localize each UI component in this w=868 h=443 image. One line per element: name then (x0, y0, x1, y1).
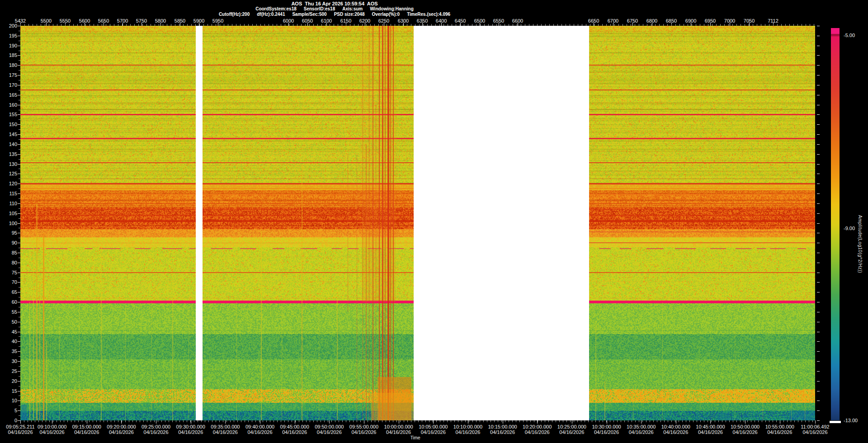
right-tick-mark (817, 174, 820, 174)
frequency-tick-label: 95 (1, 230, 17, 236)
colorbar-value-label: -5.00 (844, 33, 855, 38)
time-tick-mark (156, 420, 156, 424)
time-tick-mark (87, 420, 87, 424)
time-tick-mark (52, 420, 52, 424)
time-tick-mark (710, 420, 711, 424)
time-tick-mark (572, 420, 572, 424)
header-params-line-1: CoordSystem:es18SensorID:es18Axis:sumWin… (219, 6, 450, 12)
date-tick-label: 04/16/2026 (351, 429, 376, 435)
frequency-tick-label: 50 (1, 319, 17, 325)
time-tick-label: 10:40:00.000 (661, 424, 690, 429)
time-tick-mark (433, 420, 434, 424)
right-tick-mark (817, 124, 820, 125)
frequency-tick-label: 70 (1, 279, 17, 285)
time-tick-label: 09:20:00.000 (107, 424, 136, 429)
header-param: PSD size:2048 (334, 12, 365, 17)
right-tick-mark (817, 36, 820, 36)
right-tick-mark (817, 75, 820, 75)
date-tick-label: 04/16/2026 (282, 429, 307, 435)
frequency-tick-label: 165 (1, 92, 17, 98)
spectrogram-viewer-screen: AOS Thu 16 Apr 2026 10:59:54 AOS CoordSy… (0, 0, 868, 443)
date-tick-label: 04/16/2026 (386, 429, 411, 435)
time-tick-label: 10:35:00.000 (627, 424, 656, 429)
frequency-tick-label: 35 (1, 349, 17, 354)
right-tick-mark (817, 381, 820, 382)
right-tick-mark (817, 223, 820, 224)
header-param: SensorID:es18 (304, 6, 335, 12)
frequency-tick-label: 150 (1, 122, 17, 127)
time-tick-label: 09:45:00.000 (280, 424, 309, 429)
right-tick-mark (817, 371, 820, 372)
time-tick-label: 09:05:25.211 (6, 424, 34, 429)
time-tick-label: 10:15:00.000 (488, 424, 517, 429)
date-tick-label: 04/16/2026 (802, 429, 827, 435)
frequency-tick-label: 105 (1, 211, 17, 216)
time-tick-mark (537, 420, 538, 424)
date-tick-label: 04/16/2026 (144, 429, 169, 435)
date-tick-label: 04/16/2026 (248, 429, 273, 435)
time-tick-label: 10:10:00.000 (453, 424, 482, 429)
frequency-tick-label: 195 (1, 33, 17, 38)
right-tick-mark (817, 420, 820, 421)
right-tick-mark (817, 322, 820, 322)
right-tick-mark (817, 401, 820, 401)
frequency-tick-label: 60 (1, 299, 17, 305)
time-tick-label: 09:30:00.000 (176, 424, 205, 429)
date-tick-label: 04/16/2026 (455, 429, 480, 435)
frequency-tick-label: 200 (1, 23, 17, 28)
date-tick-label: 04/16/2026 (317, 429, 342, 435)
date-tick-label: 04/16/2026 (8, 429, 33, 435)
header: AOS Thu 16 Apr 2026 10:59:54 AOS CoordSy… (219, 1, 450, 17)
time-tick-mark (225, 420, 226, 424)
header-param: CoordSystem:es18 (255, 6, 297, 12)
date-tick-label: 04/16/2026 (559, 429, 584, 435)
right-tick-mark (817, 55, 820, 56)
right-tick-mark (817, 282, 820, 283)
date-tick-label: 04/16/2026 (213, 429, 238, 435)
date-tick-label: 04/16/2026 (40, 429, 65, 435)
time-tick-label: 09:55:00.000 (349, 424, 378, 429)
frequency-tick-label: 170 (1, 82, 17, 88)
frequency-tick-label: 55 (1, 309, 17, 315)
header-param: Overlap(%):0 (372, 12, 400, 17)
frequency-tick-label: 130 (1, 161, 17, 167)
time-tick-mark (329, 420, 330, 424)
time-tick-label: 09:15:00.000 (72, 424, 101, 429)
colorbar-value-label: -9.00 (844, 226, 855, 231)
right-tick-mark (817, 361, 820, 362)
time-tick-mark (641, 420, 642, 424)
date-tick-label: 04/16/2026 (421, 429, 446, 435)
frequency-tick-label: 45 (1, 329, 17, 335)
date-tick-label: 04/16/2026 (767, 429, 792, 435)
time-tick-label: 09:25:00.000 (142, 424, 170, 429)
right-tick-mark (817, 144, 820, 145)
right-tick-mark (817, 184, 820, 184)
right-tick-mark (817, 351, 820, 352)
right-tick-mark (817, 154, 820, 155)
frequency-tick-label: 75 (1, 270, 17, 275)
time-tick-label: 10:30:00.000 (592, 424, 621, 429)
date-tick-label: 04/16/2026 (663, 429, 688, 435)
time-tick-label: 10:45:00.000 (696, 424, 725, 429)
frequency-tick-label: 40 (1, 339, 17, 344)
date-tick-label: 04/16/2026 (525, 429, 550, 435)
right-tick-mark (817, 105, 820, 105)
frequency-tick-label: 30 (1, 358, 17, 364)
time-tick-label: 10:50:00.000 (731, 424, 760, 429)
time-tick-label: 09:50:00.000 (315, 424, 344, 429)
frequency-tick-label: 20 (1, 378, 17, 384)
time-tick-mark (815, 420, 816, 424)
frequency-tick-label: 140 (1, 141, 17, 147)
frequency-tick-label: 125 (1, 171, 17, 176)
time-tick-label: 10:05:00.000 (419, 424, 448, 429)
time-axis-title: Time (410, 435, 420, 440)
spectrogram-plot[interactable] (20, 26, 815, 420)
right-tick-mark (817, 292, 820, 292)
frequency-tick-label: 185 (1, 52, 17, 58)
time-tick-mark (364, 420, 364, 424)
right-tick-mark (817, 85, 820, 85)
right-tick-mark (817, 243, 820, 243)
date-tick-label: 04/16/2026 (629, 429, 654, 435)
date-tick-label: 04/16/2026 (594, 429, 619, 435)
time-tick-mark (607, 420, 607, 424)
